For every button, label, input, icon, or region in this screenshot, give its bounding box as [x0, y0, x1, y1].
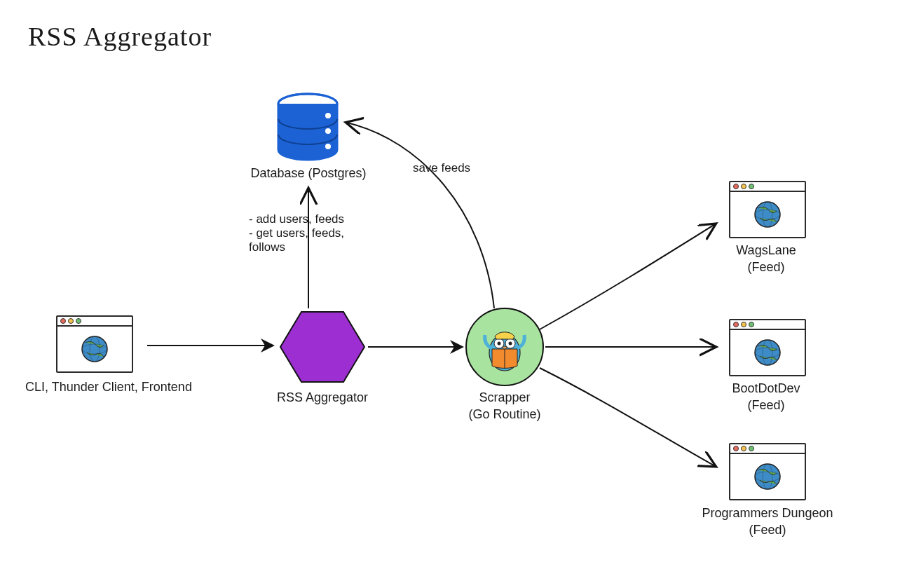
feed1-browser-icon [729, 181, 806, 238]
edge-label-aggregator-to-database: - add users, feeds - get users, feeds, f… [249, 212, 371, 254]
svg-point-2 [325, 113, 331, 118]
edge-scrapper-to-feed1 [540, 224, 715, 329]
svg-point-9 [498, 342, 501, 346]
feed1-label: WagsLane (Feed) [707, 242, 826, 276]
diagram-canvas: RSS Aggregator [0, 0, 914, 588]
scrapper-node [466, 308, 543, 385]
svg-point-12 [82, 336, 107, 362]
globe-icon [753, 200, 782, 229]
scrapper-label: Scrapper (Go Routine) [449, 389, 561, 423]
feed2-label: BootDotDev (Feed) [707, 380, 826, 414]
feed2-browser-icon [729, 319, 806, 376]
aggregator-label: RSS Aggregator [256, 389, 389, 406]
globe-icon [753, 338, 782, 367]
edge-label-scrapper-to-database: save feeds [400, 161, 484, 175]
database-label: Database (Postgres) [242, 165, 375, 182]
feed3-browser-icon [729, 443, 806, 500]
globe-icon [753, 462, 782, 491]
svg-point-18 [755, 340, 780, 365]
database-icon [278, 94, 337, 160]
svg-point-21 [755, 464, 780, 489]
svg-point-4 [325, 144, 331, 149]
svg-point-3 [325, 128, 331, 134]
hexagon-icon [280, 312, 364, 382]
svg-point-11 [503, 346, 507, 349]
client-browser-icon [56, 315, 133, 373]
feed3-label: Programmers Dungeon (Feed) [687, 505, 848, 539]
svg-point-10 [509, 342, 512, 346]
edge-scrapper-to-feed3 [540, 368, 715, 466]
svg-point-15 [755, 202, 780, 227]
globe-icon [80, 334, 109, 364]
client-label: CLI, Thunder Client, Frontend [25, 378, 193, 395]
